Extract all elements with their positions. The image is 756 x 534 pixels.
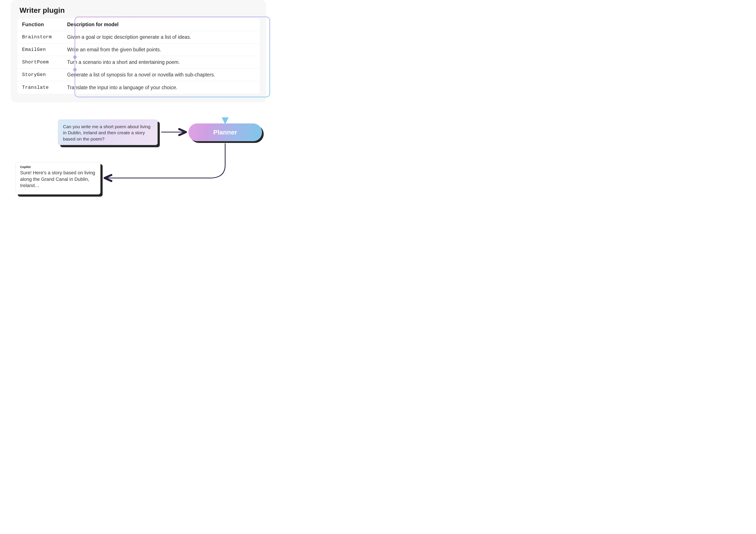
function-name: StoryGen [17, 69, 63, 81]
connector-dot-icon [73, 68, 77, 71]
writer-plugin-card: Writer plugin Function Description for m… [11, 0, 266, 102]
function-name: Translate [17, 82, 63, 93]
table-row: Translate Translate the input into a lan… [17, 81, 260, 94]
function-name: Brainstorm [17, 31, 63, 43]
table-row: StoryGen Generate a list of synopsis for… [17, 69, 260, 81]
copilot-response-box: Copilot Sure! Here's a story based on li… [15, 162, 100, 194]
connector-dot-icon [73, 55, 77, 59]
copilot-response-text: Sure! Here's a story based on living alo… [20, 170, 96, 189]
arrow-planner-to-response [102, 141, 240, 184]
table-header-row: Function Description for model [17, 18, 260, 31]
header-description: Description for model [63, 19, 260, 31]
plugin-title: Writer plugin [19, 6, 260, 14]
table-row: ShortPoem Turn a scenario into a short a… [17, 56, 260, 69]
header-function: Function [17, 19, 63, 31]
user-prompt-box: Can you write me a short poem about livi… [58, 120, 158, 145]
function-name: EmailGen [17, 44, 63, 55]
function-desc: Translate the input into a language of y… [63, 82, 260, 94]
function-name: ShortPoem [17, 57, 63, 68]
table-row: Brainstorm Given a goal or topic descrip… [17, 31, 260, 43]
function-desc: Turn a scenario into a short and enterta… [63, 56, 260, 68]
table-row: EmailGen Write an email from the given b… [17, 43, 260, 56]
planner-node: Planner [188, 124, 262, 141]
function-table: Function Description for model Brainstor… [17, 18, 260, 94]
function-desc: Given a goal or topic description genera… [63, 31, 260, 43]
planner-label: Planner [213, 128, 237, 136]
copilot-label: Copilot [20, 165, 96, 169]
user-prompt-text: Can you write me a short poem about livi… [63, 124, 150, 141]
function-desc: Write an email from the given bullet poi… [63, 44, 260, 56]
arrow-prompt-to-planner [160, 127, 188, 138]
function-desc: Generate a list of synopsis for a novel … [63, 69, 260, 81]
